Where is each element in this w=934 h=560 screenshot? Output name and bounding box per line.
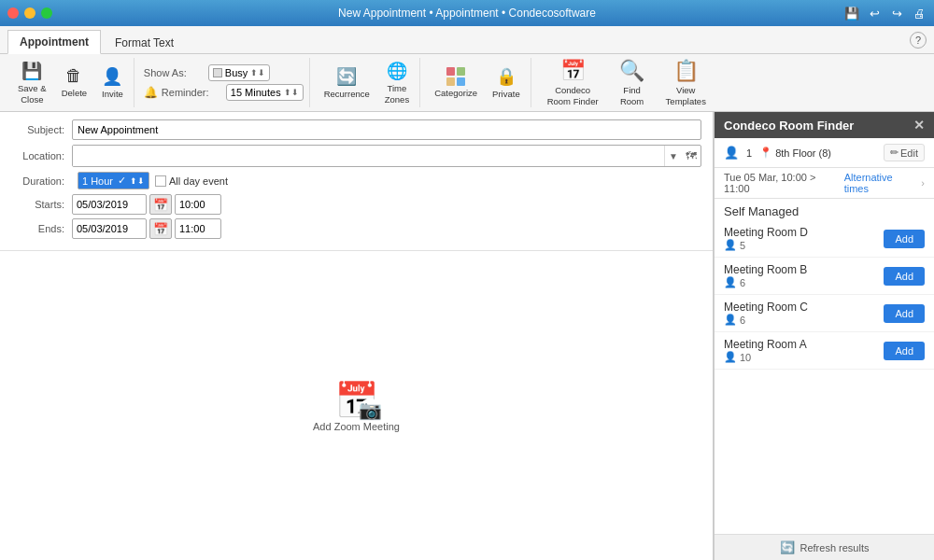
duration-select[interactable]: 1 Hour ✓ ⬆⬇ (78, 172, 149, 189)
location-wrapper: ▼ 🗺 (72, 145, 701, 167)
form-area: Subject: Location: ▼ 🗺 Duration: 1 Hour … (0, 112, 714, 560)
zoom-area[interactable]: 📅 📷 Add Zoom Meeting (0, 251, 713, 560)
duration-value: 1 Hour (82, 175, 113, 187)
subject-input[interactable] (72, 119, 701, 140)
date-time-text: Tue 05 Mar, 10:00 > 11:00 (724, 172, 841, 194)
toolbar-icon-3[interactable]: ↪ (889, 6, 904, 21)
location-input[interactable] (73, 146, 664, 166)
duration-arrow-icon: ⬆⬇ (130, 176, 145, 186)
add-room-button-3[interactable]: Add (884, 342, 925, 360)
private-button[interactable]: 🔒 Private (486, 59, 527, 107)
reminder-row: 🔔 Reminder: 15 Minutes ⬆⬇ (144, 84, 304, 101)
floor-info: 📍 8th Floor (8) (759, 147, 831, 159)
location-map-icon[interactable]: 🗺 (682, 146, 700, 166)
capacity-icon-1: 👤 (724, 276, 737, 288)
add-room-button-2[interactable]: Add (884, 304, 925, 323)
duration-label: Duration: (11, 175, 72, 187)
room-finder-title: Condeco Room Finder (724, 119, 854, 133)
room-info-3: Meeting Room A 👤 10 (724, 338, 807, 363)
toolbar-group-categorize: Categorize 🔒 Private (424, 58, 531, 107)
minimize-window-button[interactable] (24, 7, 35, 19)
save-icon: 💾 (21, 61, 42, 81)
room-capacity-0: 👤 5 (724, 239, 808, 251)
floor-text: 8th Floor (8) (775, 147, 831, 159)
toolbar-icon-2[interactable]: ↩ (867, 6, 882, 21)
alternative-times-link[interactable]: Alternative times (844, 172, 918, 194)
ends-calendar-icon[interactable]: 📅 (149, 218, 172, 239)
recurrence-icon: 🔄 (336, 66, 357, 87)
zoom-label: Add Zoom Meeting (313, 421, 400, 432)
zoom-camera-icon: 📷 (359, 399, 382, 421)
tab-appointment[interactable]: Appointment (7, 30, 101, 54)
room-capacity-3: 👤 10 (724, 351, 807, 363)
room-finder-panel: Condeco Room Finder ✕ 👤 1 📍 8th Floor (8… (714, 112, 934, 560)
capacity-icon-3: 👤 (724, 351, 737, 363)
refresh-icon: 🔄 (780, 540, 795, 554)
view-templates-button[interactable]: 📋 ViewTemplates (658, 59, 715, 107)
starts-row: Starts: 📅 (11, 194, 701, 215)
duration-row: Duration: 1 Hour ✓ ⬆⬇ All day event (11, 172, 701, 189)
room-item-3: Meeting Room A 👤 10 Add (715, 332, 934, 370)
refresh-results-button[interactable]: 🔄 Refresh results (715, 534, 934, 560)
toolbar-icon-4[interactable]: 🖨 (912, 6, 927, 21)
room-name-1: Meeting Room B (724, 263, 807, 276)
toolbar-group-time: 🔄 Recurrence 🌐 TimeZones (314, 58, 421, 107)
room-info-1: Meeting Room B 👤 6 (724, 263, 807, 288)
categorize-icon (446, 67, 465, 86)
room-name-0: Meeting Room D (724, 226, 808, 239)
condeco-room-finder-icon: 📅 (560, 59, 586, 83)
add-room-button-1[interactable]: Add (884, 267, 925, 286)
ends-date-input[interactable] (72, 218, 147, 239)
person-icon: 👤 (724, 146, 739, 160)
starts-date-input[interactable] (72, 194, 147, 215)
room-name-2: Meeting Room C (724, 301, 808, 314)
location-pin-icon: 📍 (759, 147, 772, 159)
duration-check-icon: ✓ (118, 175, 126, 187)
room-finder-close-button[interactable]: ✕ (913, 118, 925, 133)
chevron-right-icon: › (921, 177, 925, 189)
starts-time-input[interactable] (175, 194, 221, 215)
close-window-button[interactable] (7, 7, 19, 19)
maximize-window-button[interactable] (41, 7, 52, 19)
starts-calendar-icon[interactable]: 📅 (149, 194, 172, 215)
toolbar-group-file: 💾 Save &Close 🗑 Delete 👤 Invite (7, 58, 134, 107)
show-as-row: Show As: Busy ⬆⬇ (144, 64, 304, 81)
location-dropdown-icon[interactable]: ▼ (664, 146, 682, 166)
delete-icon: 🗑 (65, 66, 82, 86)
edit-icon: ✏ (890, 147, 899, 159)
add-room-button-0[interactable]: Add (884, 230, 925, 248)
invite-icon: 👤 (102, 66, 122, 87)
ends-time-input[interactable] (175, 218, 221, 239)
location-label: Location: (11, 150, 72, 161)
reminder-select[interactable]: 15 Minutes ⬆⬇ (226, 84, 304, 101)
show-as-label: Show As: (144, 67, 205, 78)
edit-button[interactable]: ✏ Edit (884, 144, 925, 161)
room-finder-section-title: Self Managed (715, 199, 934, 220)
toolbar-icon-1[interactable]: 💾 (844, 6, 859, 21)
window-title: New Appointment • Appointment • Condecos… (338, 7, 596, 20)
time-zones-button[interactable]: 🌐 TimeZones (378, 59, 416, 107)
condeco-room-finder-button[interactable]: 📅 CondecoRoom Finder (539, 59, 607, 107)
invite-button[interactable]: 👤 Invite (95, 59, 130, 107)
delete-button[interactable]: 🗑 Delete (55, 59, 93, 107)
room-info-2: Meeting Room C 👤 6 (724, 301, 808, 326)
save-close-button[interactable]: 💾 Save &Close (11, 59, 53, 107)
zoom-icon-wrapper: 📅 📷 (334, 380, 378, 421)
capacity-icon-0: 👤 (724, 239, 737, 251)
find-room-icon: 🔍 (619, 59, 644, 83)
help-button[interactable]: ? (910, 32, 927, 49)
recurrence-button[interactable]: 🔄 Recurrence (318, 59, 376, 107)
all-day-label[interactable]: All day event (155, 175, 228, 187)
find-room-label: FindRoom (620, 85, 644, 106)
categorize-button[interactable]: Categorize (428, 59, 484, 107)
room-list: Meeting Room D 👤 5 Add Meeting Room B 👤 … (715, 220, 934, 534)
find-room-button[interactable]: 🔍 FindRoom (609, 59, 656, 107)
all-day-checkbox[interactable] (155, 175, 166, 187)
all-day-text: All day event (169, 175, 228, 187)
subject-row: Subject: (11, 119, 701, 140)
room-item-1: Meeting Room B 👤 6 Add (715, 258, 934, 295)
show-as-select[interactable]: Busy ⬆⬇ (208, 64, 270, 81)
tab-format-text[interactable]: Format Text (103, 31, 186, 54)
recurrence-label: Recurrence (324, 89, 370, 99)
delete-label: Delete (62, 88, 87, 98)
